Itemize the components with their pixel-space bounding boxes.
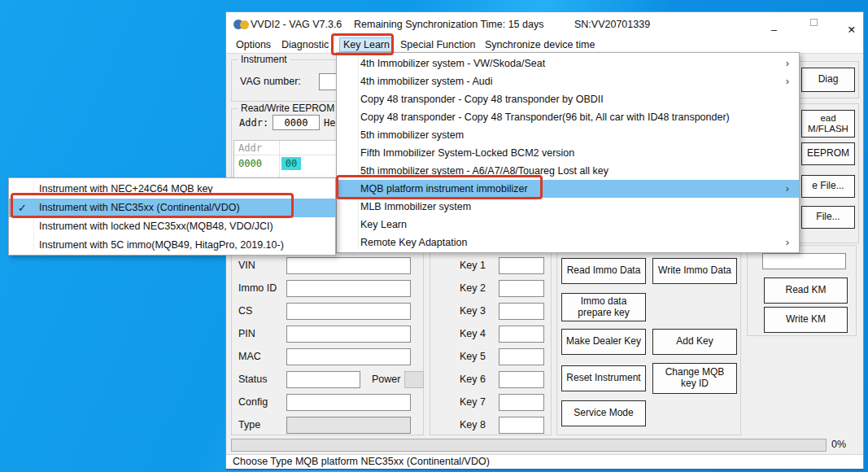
- menu-item-key-learn[interactable]: Key Learn: [337, 216, 799, 234]
- menu-synchronize-device-time[interactable]: Synchronize device time: [482, 38, 598, 51]
- menu-options[interactable]: Options: [233, 38, 274, 51]
- actions-group: Read Immo Data Write Immo Data Immo data…: [556, 251, 741, 435]
- service-mode-button[interactable]: Service Mode: [561, 400, 646, 426]
- cs-label: CS: [238, 305, 252, 317]
- maximize-icon: [810, 19, 818, 26]
- status-bar: Choose Type MQB platform NEC35xx (Contin…: [226, 454, 863, 469]
- read-immo-data-button[interactable]: Read Immo Data: [561, 258, 646, 284]
- maximize-button[interactable]: [792, 12, 828, 36]
- key-8-field[interactable]: [499, 417, 544, 434]
- key-1-field[interactable]: [499, 257, 544, 274]
- pin-field[interactable]: [286, 326, 411, 343]
- submenu-item-5c-immo-mqb49[interactable]: Instrument with 5C immo(MQB49, HitagPro,…: [9, 236, 335, 255]
- pin-label: PIN: [238, 328, 255, 339]
- app-icon: [233, 19, 250, 30]
- annotation-box-key-learn: [331, 33, 394, 55]
- key-4-label: Key 4: [460, 328, 486, 339]
- eeprom-group-title: Read/Write EEPROM: [238, 103, 338, 114]
- change-mqb-key-id-button[interactable]: Change MQB key ID: [652, 363, 737, 394]
- read-eeprom-flash-button[interactable]: eadM/FLASH: [801, 110, 855, 138]
- key-8-label: Key 8: [460, 419, 486, 430]
- load-file-button[interactable]: File...: [801, 206, 855, 229]
- key-7-field[interactable]: [499, 394, 544, 411]
- write-immo-data-button[interactable]: Write Immo Data: [652, 258, 737, 284]
- key-5-label: Key 5: [460, 351, 486, 362]
- menu-special-function[interactable]: Special Function: [397, 38, 478, 51]
- annotation-box-mqb-platform: [336, 175, 543, 199]
- power-indicator: [404, 371, 424, 388]
- sync-time-text: Remaining Synchronization Time: 15 days: [354, 19, 543, 30]
- key-3-field[interactable]: [499, 303, 544, 320]
- menu-diagnostic[interactable]: Diagnostic: [278, 38, 332, 51]
- menu-item-copy48-obdii[interactable]: Copy 48 transponder - Copy 48 transponde…: [337, 90, 799, 108]
- grid-row-address: 0000: [238, 158, 262, 169]
- type-label: Type: [238, 419, 260, 430]
- key-learn-dropdown-menu: 4th Immobilizer system - VW/Skoda/Seat ›…: [336, 52, 800, 253]
- immo-id-field[interactable]: [286, 280, 411, 297]
- write-km-button[interactable]: Write KM: [764, 307, 848, 333]
- minimize-button[interactable]: –: [753, 12, 789, 36]
- km-group: Read KM Write KM: [747, 245, 857, 336]
- mac-field[interactable]: [286, 348, 411, 365]
- key-3-label: Key 3: [460, 305, 486, 317]
- window-title: VVDI2 - VAG V7.3.6: [251, 19, 342, 30]
- grid-addr-header: Addr: [238, 142, 262, 154]
- submenu-arrow-icon: ›: [786, 55, 789, 72]
- immo-id-label: Immo ID: [238, 282, 277, 294]
- menu-bar: Options Diagnostic Key Learn Special Fun…: [226, 37, 863, 54]
- menu-item-remote-key-adaptation[interactable]: Remote Key Adaptation ›: [337, 234, 799, 251]
- make-dealer-key-button[interactable]: Make Dealer Key: [561, 329, 646, 355]
- menu-item-4th-immobilizer-audi[interactable]: 4th immobilizer system - Audi ›: [337, 72, 799, 90]
- key-6-label: Key 6: [460, 374, 486, 385]
- status-label: Status: [238, 374, 267, 385]
- save-file-button[interactable]: e File...: [801, 175, 855, 198]
- cs-field[interactable]: [286, 303, 411, 320]
- menu-item-4th-immobilizer-vw[interactable]: 4th Immobilizer system - VW/Skoda/Seat ›: [337, 55, 799, 72]
- key-2-field[interactable]: [499, 280, 544, 297]
- vin-label: VIN: [238, 260, 255, 271]
- key-4-field[interactable]: [499, 326, 544, 343]
- diag-group: Diag: [796, 61, 859, 98]
- immo-data-form-group: VIN Immo ID CS PIN MAC Status Power Conf…: [231, 251, 424, 435]
- type-field[interactable]: [286, 417, 411, 434]
- add-key-button[interactable]: Add Key: [652, 329, 737, 355]
- desktop-background: VVDI2 - VAG V7.3.6 Remaining Synchroniza…: [0, 0, 868, 472]
- submenu-arrow-icon: ›: [786, 234, 789, 251]
- key-7-label: Key 7: [460, 396, 486, 408]
- km-field[interactable]: [762, 253, 846, 269]
- diag-button[interactable]: Diag: [801, 68, 855, 92]
- addr-label: Addr:: [239, 117, 268, 129]
- progress-percent: 0%: [831, 439, 846, 450]
- file-operations-group: eadM/FLASH EEPROM e File... File...: [796, 103, 859, 243]
- immo-data-prepare-key-button[interactable]: Immo data prepare key: [561, 293, 646, 321]
- addr-field[interactable]: [273, 115, 320, 130]
- keys-group: Key 1 Key 2 Key 3 Key 4 Key 5 Key 6 Key …: [430, 251, 552, 435]
- vin-field[interactable]: [286, 257, 411, 274]
- annotation-box-nec35xx: [11, 193, 294, 218]
- key-6-field[interactable]: [499, 371, 544, 388]
- submenu-item-locked-nec35xx-mqb48[interactable]: Instrument with locked NEC35xx(MQB48, VD…: [9, 217, 335, 236]
- grid-selected-cell[interactable]: 00: [281, 157, 301, 170]
- status-text: Choose Type MQB platform NEC35xx (Contin…: [233, 456, 490, 467]
- reset-instrument-button[interactable]: Reset Instrument: [561, 365, 646, 391]
- read-km-button[interactable]: Read KM: [764, 278, 848, 304]
- key-2-label: Key 2: [460, 282, 486, 294]
- menu-item-fifth-locked-bcm2[interactable]: Fifth Immobilizer System-Locked BCM2 ver…: [337, 144, 799, 162]
- key-1-label: Key 1: [460, 260, 486, 271]
- power-label: Power: [372, 374, 400, 385]
- close-button[interactable]: ✕: [831, 12, 864, 36]
- instrument-group-title: Instrument: [238, 54, 290, 65]
- write-eeprom-button[interactable]: EEPROM: [801, 142, 855, 165]
- config-field[interactable]: [286, 394, 411, 411]
- menu-item-copy48-96bit[interactable]: Copy 48 transponder - Copy 48 Transponde…: [337, 108, 799, 126]
- progress-bar: [231, 439, 827, 452]
- key-5-field[interactable]: [499, 348, 544, 365]
- status-field[interactable]: [286, 371, 360, 388]
- config-label: Config: [238, 396, 268, 408]
- submenu-arrow-icon: ›: [786, 72, 789, 90]
- submenu-arrow-icon: ›: [786, 180, 789, 198]
- menu-item-5th-immobilizer[interactable]: 5th immobilizer system: [337, 126, 799, 144]
- menu-item-mlb-immobilizer[interactable]: MLB Immobilizer system: [337, 198, 799, 216]
- title-bar: VVDI2 - VAG V7.3.6 Remaining Synchroniza…: [226, 12, 863, 37]
- mac-label: MAC: [238, 351, 261, 362]
